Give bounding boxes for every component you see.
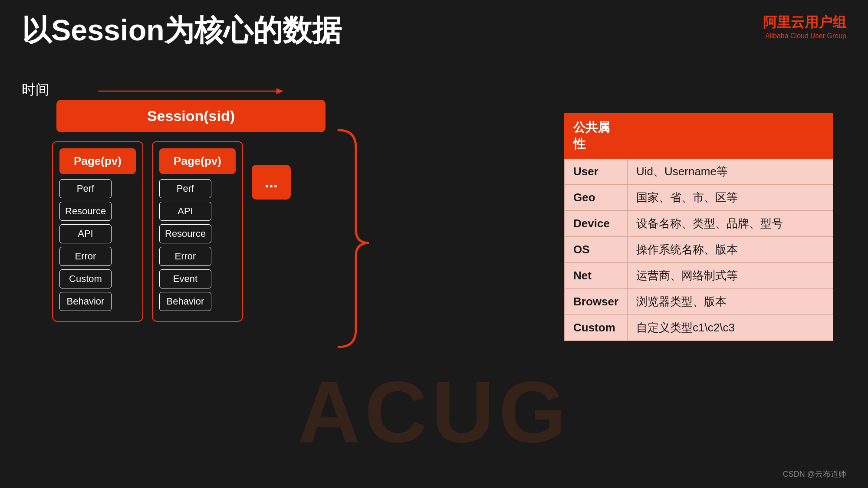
- page1-box: Page(pv) Perf Resource API Error Custom …: [52, 141, 143, 322]
- page2-item-error: Error: [159, 247, 211, 266]
- table-cell-label: OS: [565, 237, 628, 263]
- page1-item-error: Error: [59, 247, 112, 266]
- page1-item-behavior: Behavior: [59, 292, 112, 311]
- table-cell-value: Uid、Username等: [628, 159, 833, 185]
- page1-item-resource: Resource: [59, 202, 112, 221]
- footer: CSDN @云布道师: [783, 469, 846, 479]
- watermark: ACUG: [298, 362, 571, 462]
- table-cell-label: Device: [565, 211, 628, 237]
- session-box: Session(sid): [56, 100, 326, 132]
- pages-container: Page(pv) Perf Resource API Error Custom …: [52, 141, 347, 322]
- table-cell-label: Geo: [565, 185, 628, 211]
- table-header-col1: 公共属性: [565, 113, 628, 159]
- page1-header: Page(pv): [59, 148, 136, 174]
- table-cell-value: 设备名称、类型、品牌、型号: [628, 211, 833, 237]
- table-row: Device设备名称、类型、品牌、型号: [565, 211, 833, 237]
- page2-item-resource: Resource: [159, 224, 211, 243]
- page2-item-event: Event: [159, 269, 211, 288]
- table-cell-value: 自定义类型c1\c2\c3: [628, 315, 833, 341]
- table-row: Custom自定义类型c1\c2\c3: [565, 315, 833, 341]
- table-row: Geo国家、省、市、区等: [565, 185, 833, 211]
- table-cell-value: 浏览器类型、版本: [628, 289, 833, 315]
- page2-item-perf: Perf: [159, 179, 211, 198]
- svg-marker-1: [276, 88, 284, 94]
- table-cell-value: 运营商、网络制式等: [628, 263, 833, 289]
- table-cell-label: Browser: [565, 289, 628, 315]
- page1-item-perf: Perf: [59, 179, 112, 198]
- time-arrow: [52, 87, 330, 95]
- time-label: 时间: [22, 80, 49, 99]
- dots-box: ...: [252, 165, 291, 200]
- page1-item-custom: Custom: [59, 269, 112, 288]
- table-row: UserUid、Username等: [565, 159, 833, 185]
- data-table: 公共属性 UserUid、Username等Geo国家、省、市、区等Device…: [564, 113, 833, 341]
- table-cell-value: 操作系统名称、版本: [628, 237, 833, 263]
- table-cell-label: Net: [565, 263, 628, 289]
- table-row: OS操作系统名称、版本: [565, 237, 833, 263]
- diagram: Session(sid) Page(pv) Perf Resource API …: [52, 100, 347, 322]
- page-title: 以Session为核心的数据: [22, 11, 342, 50]
- page2-box: Page(pv) Perf API Resource Error Event B…: [152, 141, 243, 322]
- logo-sub: Alibaba Cloud User Group: [763, 32, 846, 40]
- table-cell-label: User: [565, 159, 628, 185]
- page2-item-behavior: Behavior: [159, 292, 211, 311]
- curly-brace: [330, 126, 382, 351]
- table-row: Browser浏览器类型、版本: [565, 289, 833, 315]
- logo-main: 阿里云用户组: [763, 13, 846, 32]
- table-cell-label: Custom: [565, 315, 628, 341]
- table-cell-value: 国家、省、市、区等: [628, 185, 833, 211]
- logo: 阿里云用户组 Alibaba Cloud User Group: [763, 13, 846, 40]
- page2-item-api: API: [159, 202, 211, 221]
- table-row: Net运营商、网络制式等: [565, 263, 833, 289]
- page2-header: Page(pv): [159, 148, 236, 174]
- page1-item-api: API: [59, 224, 112, 243]
- table-header-col2: [628, 113, 833, 159]
